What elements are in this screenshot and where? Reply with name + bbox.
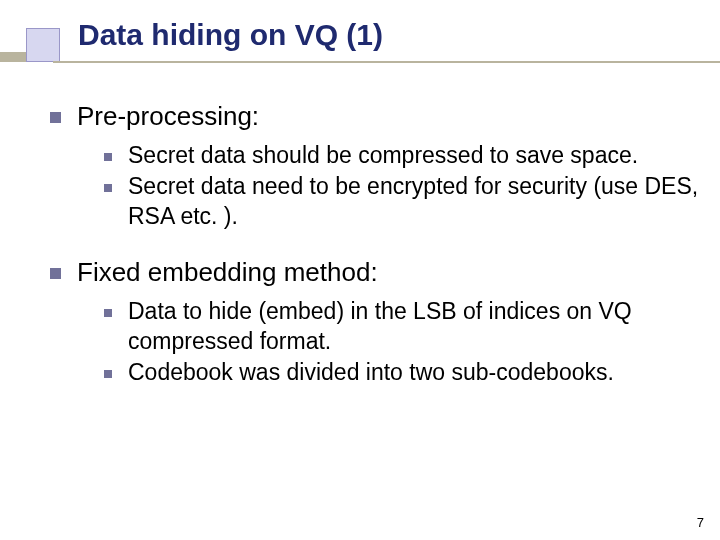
section-heading-text: Fixed embedding method: (77, 256, 378, 289)
list-item: Secret data need to be encrypted for sec… (104, 172, 700, 232)
list-item-text: Secret data need to be encrypted for sec… (128, 172, 700, 232)
section-items: Secret data should be compressed to save… (104, 141, 700, 233)
square-bullet-icon (104, 153, 112, 161)
section-heading-text: Pre-processing: (77, 100, 259, 133)
section-heading: Pre-processing: (50, 100, 700, 133)
header-accent-square (26, 28, 60, 62)
list-item-text: Data to hide (embed) in the LSB of indic… (128, 297, 700, 357)
list-item: Codebook was divided into two sub-codebo… (104, 358, 700, 388)
slide-content: Pre-processing: Secret data should be co… (50, 100, 700, 412)
list-item-text: Codebook was divided into two sub-codebo… (128, 358, 614, 388)
list-item: Data to hide (embed) in the LSB of indic… (104, 297, 700, 357)
square-bullet-icon (104, 309, 112, 317)
section-items: Data to hide (embed) in the LSB of indic… (104, 297, 700, 389)
section-heading: Fixed embedding method: (50, 256, 700, 289)
square-bullet-icon (104, 370, 112, 378)
slide-title: Data hiding on VQ (1) (78, 18, 383, 52)
list-item-text: Secret data should be compressed to save… (128, 141, 638, 171)
square-bullet-icon (104, 184, 112, 192)
list-item: Secret data should be compressed to save… (104, 141, 700, 171)
square-bullet-icon (50, 268, 61, 279)
square-bullet-icon (50, 112, 61, 123)
page-number: 7 (697, 515, 704, 530)
header-underline (53, 61, 720, 63)
